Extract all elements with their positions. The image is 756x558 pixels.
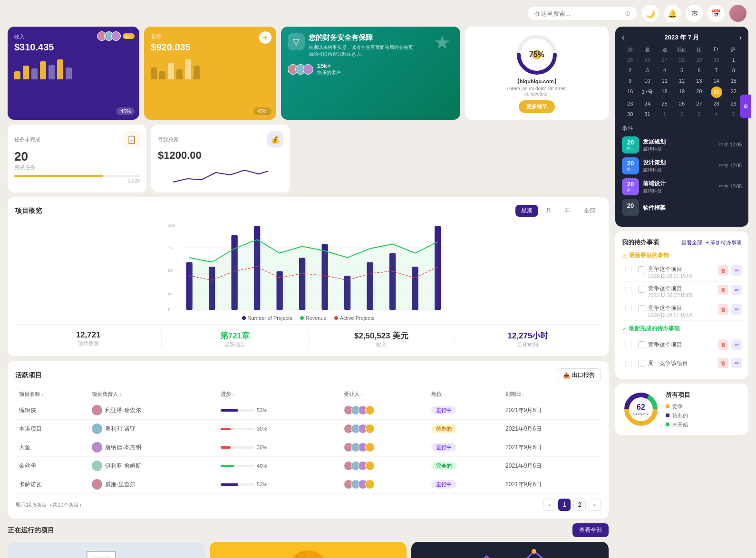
todo-edit[interactable]: ✏ [731,265,742,276]
calendar-day[interactable]: 20 [691,87,707,98]
calendar-day[interactable]: 18 [657,87,673,98]
calendar-day[interactable]: 3 [639,66,655,75]
todo-checkbox[interactable] [638,286,645,293]
calendar-day[interactable]: 25 [622,55,638,65]
calendar-day[interactable]: 27 [657,55,673,65]
page-2-button[interactable]: 2 [573,499,586,511]
event-name: 前端设计 [643,180,715,188]
calendar-day[interactable]: 15 [726,76,742,86]
drag-handle-5[interactable]: ⋮⋮ [622,359,635,367]
calendar-day[interactable]: 30 [622,109,638,119]
cal-next-button[interactable]: › [739,33,742,42]
cal-prev-button[interactable]: ‹ [622,33,624,42]
tab-month[interactable]: 月 [540,205,557,217]
calendar-day[interactable]: 1 [726,55,742,65]
todo-checkbox-4[interactable] [638,341,645,348]
calendar-day[interactable]: 4 [708,109,724,119]
running-card: 周一竞争该项目 21+团队 到期日 2021年9月6日 进行中 [411,542,609,558]
todo-date: 2023-12-26 07:15:00 [648,273,715,279]
calendar-day[interactable]: 8 [726,66,742,75]
calendar-day[interactable]: 14 [708,76,724,86]
event-item: 20 周一 发展规划 威特科技 中午 12:05 [622,136,742,154]
calendar-day[interactable]: 5 [726,109,742,119]
col-due: 到期日 ↕ [502,388,601,401]
stat-active: 第721章 活跃项目 [162,330,308,348]
donut-title: 所有项目 [666,391,690,399]
add-button[interactable]: + [259,31,271,44]
todo-delete[interactable]: 🗑 [718,285,728,295]
todo-edit-4[interactable]: ✏ [731,339,742,350]
calendar-day[interactable]: 7 [708,66,724,75]
calendar-day[interactable]: 2 [674,109,690,119]
calendar-day[interactable]: 10 [639,76,655,86]
moon-button[interactable]: 🌙 [642,5,659,22]
notification-button[interactable]: 🔔 [664,5,681,22]
todo-delete-5[interactable]: 🗑 [718,358,728,368]
calendar-day[interactable]: 17号 [639,87,655,98]
todo-checkbox[interactable] [638,305,645,312]
pagination-info: 显示1到5条目（共10个条目） [15,501,84,509]
calendar-day[interactable]: 11 [657,76,673,86]
calendar-day[interactable]: 6 [691,66,707,75]
todo-checkbox[interactable] [638,266,645,273]
calendar-day[interactable]: 1 [657,109,673,119]
calendar-day[interactable]: 25 [657,99,673,108]
calendar-day[interactable]: 28 [708,99,724,108]
calendar-day[interactable]: 29 [691,55,707,65]
todo-edit[interactable]: ✏ [731,285,742,295]
todo-checkbox-5[interactable] [638,360,645,367]
todo-delete-4[interactable]: 🗑 [718,339,728,350]
todo-edit-5[interactable]: ✏ [731,358,742,368]
calendar-day[interactable]: 26 [674,99,690,108]
calendar-day[interactable]: 16 [622,87,638,98]
drag-handle[interactable]: ⋮⋮ [622,305,635,312]
calendar-day[interactable]: 22 [726,87,742,98]
more-details-button[interactable]: 更多细节 [519,100,555,113]
todo-add-btn[interactable]: + 添加待办事项 [706,239,742,246]
todo-delete[interactable]: 🗑 [718,265,728,276]
calendar-day[interactable]: 31 [639,109,655,119]
calendar-day[interactable]: 29 [726,99,742,108]
tab-week[interactable]: 星期 [515,205,538,217]
calendar-day[interactable]: 5 [674,66,690,75]
svg-text:100: 100 [168,223,175,228]
export-report-button[interactable]: 📤 出口报告 [557,368,601,382]
search-input[interactable] [534,10,621,17]
prev-page-button[interactable]: ‹ [543,499,555,511]
calendar-day[interactable]: 26 [639,55,655,65]
calendar-day[interactable]: 13 [691,76,707,86]
task-count: 20 [14,149,140,164]
calendar-day[interactable]: 4 [657,66,673,75]
calendar-day[interactable]: 12 [674,76,690,86]
tab-all[interactable]: 全部 [578,205,601,217]
svg-point-47 [288,550,328,558]
calendar-day[interactable]: 27 [691,99,707,108]
drag-handle[interactable]: ⋮⋮ [622,266,635,273]
running-card: 前端设计 21+团队 到期日 2021年9月6日 进行中 [210,542,407,558]
todo-text: 竞争这个项目 [648,285,715,293]
calendar-day[interactable]: 23 [622,99,638,108]
security-desc: 长期以来的事实是，读者在查看页面布局时会被页面的可读内容分散注意力。 [309,44,413,58]
view-all-button[interactable]: 查看全部 [572,523,609,537]
calendar-day[interactable]: 24 [639,99,655,108]
mail-button[interactable]: ✉ [686,5,703,22]
calendar-day[interactable]: 3 [691,109,707,119]
tab-year[interactable]: 年 [559,205,576,217]
todo-delete[interactable]: 🗑 [718,304,728,315]
next-page-button[interactable]: › [589,499,601,511]
drag-handle-4[interactable]: ⋮⋮ [622,341,635,348]
todo-edit[interactable]: ✏ [731,304,742,315]
calendar-day[interactable]: 30 [708,55,724,65]
calendar-day[interactable]: 2 [622,66,638,75]
calendar-day[interactable]: 19 [674,87,690,98]
calendar-day[interactable]: 21 [711,87,722,98]
avatar[interactable] [729,5,746,22]
search-bar[interactable]: ⊙ [528,7,637,20]
drag-handle[interactable]: ⋮⋮ [622,285,635,293]
todo-view-all[interactable]: 查看全部 [681,239,702,246]
calendar-settings-icon[interactable]: ⚙ [740,95,751,118]
calendar-button[interactable]: 📅 [708,5,725,22]
calendar-day[interactable]: 9 [622,76,638,86]
page-1-button[interactable]: 1 [558,499,571,511]
calendar-day[interactable]: 28 [674,55,690,65]
